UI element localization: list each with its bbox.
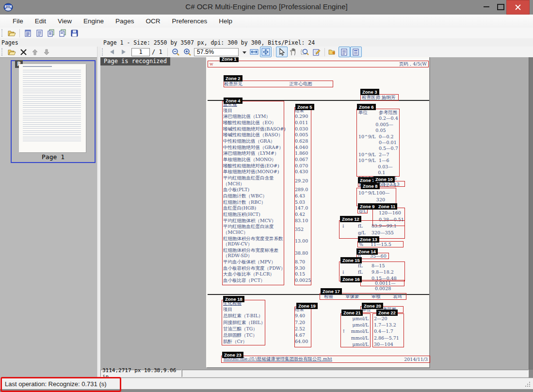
menu-file[interactable]: File — [7, 16, 29, 27]
next-page-button[interactable] — [118, 47, 129, 57]
secondary-toolbar-row: / 1 57.5% — [0, 47, 533, 58]
menu-engine[interactable]: Engine — [78, 16, 110, 27]
toolbar-grip — [1, 48, 4, 56]
menu-bar: File Edit View Engine Pages OCR Preferen… — [0, 15, 533, 28]
page-list-button[interactable] — [33, 28, 45, 38]
export-results-button[interactable] — [327, 47, 339, 57]
zone-label[interactable]: Zone 21 — [341, 310, 363, 316]
menu-view[interactable]: View — [52, 16, 78, 27]
zone-label[interactable]: Zone 3 — [360, 89, 379, 95]
zone-box-units-ranges[interactable]: 单位 参考范围 0.2—0.4 0.005—0.05 10^9/L 0—0.2 — [356, 109, 400, 177]
range-row: 1.7—13.2 — [374, 322, 404, 328]
pan-tool-button[interactable] — [288, 47, 299, 57]
delete-page-button[interactable] — [17, 47, 29, 57]
unit-value: 10^9/L — [358, 158, 379, 163]
vertical-scrollbar[interactable] — [529, 57, 533, 370]
main-toolbar — [0, 28, 533, 38]
fit-width-button[interactable] — [248, 47, 260, 57]
edit-zones-button[interactable] — [311, 47, 323, 57]
fit-page-button[interactable] — [260, 47, 272, 57]
zone-box-biochem-ranges[interactable]: 2—201.7—13.20.4—1.72.86—5.7130—104 — [372, 313, 404, 347]
page-thumbnail-selected[interactable]: R Page 1 — [11, 60, 96, 163]
zone-label[interactable]: Zone 23 — [222, 352, 243, 358]
unit-range-row: 0.5—0.7 — [358, 146, 399, 151]
zone-box-biochem-units[interactable]: μmol/L μmol/L ↑ mmol/L mmol/L — [340, 313, 371, 347]
zone-label[interactable]: Zone 16 — [340, 276, 362, 282]
zone-box-header[interactable]: w 页码，4/5(W — [208, 61, 429, 67]
zone-label[interactable]: Zone 1 — [220, 57, 239, 62]
zone-label[interactable]: Zone 22 — [376, 310, 398, 316]
move-page-down-button[interactable] — [41, 47, 52, 57]
range-value: 1—6 — [379, 158, 389, 163]
pan-hand-icon — [290, 48, 297, 56]
unit-value: 10^9/L — [358, 134, 379, 140]
zone-box-biochem-results[interactable] — [294, 307, 311, 347]
maximize-button[interactable] — [494, 0, 507, 14]
minimize-icon — [484, 6, 489, 7]
document-page[interactable]: Zone 1 Zone 2 Zone 3 Zone 4 Zone 5 Zone … — [206, 57, 429, 367]
add-page-button[interactable] — [6, 47, 17, 57]
view-layout-button[interactable] — [350, 47, 362, 57]
zone-label[interactable]: Zone 15 — [340, 257, 362, 263]
unit-value: g/L — [358, 229, 371, 236]
document-view[interactable]: Page is recognized Zone 1 Zone 2 Zone 3 … — [100, 57, 529, 370]
zone-box-examiner[interactable]: 检查医师 施明芳 — [360, 94, 399, 101]
zone-label[interactable]: Zone 12 — [340, 216, 361, 222]
zone-label[interactable]: Zone 10 — [373, 176, 395, 182]
zone-label[interactable]: Zone 18 — [223, 296, 244, 302]
menu-ocr[interactable]: OCR — [140, 16, 166, 27]
zone-label[interactable]: Zone 11 — [376, 203, 397, 210]
zone-box-findings[interactable]: 检查所见 正常心电图 — [224, 81, 333, 87]
zone-label[interactable]: Zone 19 — [296, 303, 318, 309]
view-text-button[interactable] — [339, 47, 350, 57]
zoom-out-button[interactable] — [170, 47, 181, 57]
zoom-region-button[interactable] — [299, 47, 311, 57]
menu-help[interactable]: Help — [213, 16, 238, 27]
zone-label[interactable]: Zone 20 — [362, 303, 383, 309]
open-document-button[interactable] — [6, 28, 17, 38]
zoom-level-combobox[interactable]: 57.5% — [194, 48, 239, 56]
previous-page-button[interactable] — [106, 47, 118, 57]
zone-label[interactable]: Zone 14 — [356, 248, 378, 255]
resize-grip[interactable] — [525, 382, 531, 388]
zone-box-cbc-results[interactable] — [294, 107, 311, 285]
zone-label[interactable]: Zone 9 — [358, 203, 377, 210]
page-thumbnail-image[interactable] — [19, 64, 86, 152]
zone-label[interactable]: Zone 6 — [357, 104, 376, 110]
zone-box-footer[interactable]: mhtml:file://I:\慈铭健康管理集团股份有限公司.mht 2014/… — [221, 356, 430, 363]
page-thumbnails-icon — [24, 30, 32, 37]
zone-label[interactable]: Zone 8 — [361, 183, 380, 189]
select-tool-button[interactable] — [276, 47, 288, 57]
flag-arrow — [341, 322, 349, 328]
range-value: 2.86—5.71 — [374, 335, 399, 341]
menu-preferences[interactable]: Preferences — [166, 16, 213, 27]
zone-label[interactable]: Zone 13 — [358, 236, 379, 243]
menu-pages[interactable]: Pages — [110, 16, 140, 27]
toolbar-separator — [167, 48, 168, 56]
zone-box-pct-range[interactable]: 0.0011—0.0028 — [360, 280, 404, 286]
combo-dropdown-icon[interactable] — [242, 51, 246, 54]
unit-value: μmol/L — [349, 315, 370, 322]
copy-page-button[interactable] — [45, 28, 57, 38]
range-row: 2—20 — [374, 315, 404, 322]
zone-box-cbc-names[interactable] — [222, 101, 284, 285]
zoom-in-button[interactable] — [181, 47, 193, 57]
close-button[interactable] — [506, 0, 530, 15]
zone-box-biochem-names[interactable] — [222, 300, 265, 345]
minimize-button[interactable] — [479, 0, 494, 14]
zone-label[interactable]: Zone 17 — [321, 288, 342, 294]
page-thumbnails-button[interactable] — [22, 28, 33, 38]
page-number-input[interactable] — [131, 48, 150, 56]
paste-page-icon — [59, 29, 66, 37]
save-button[interactable] — [68, 28, 80, 38]
paste-page-button[interactable] — [57, 28, 68, 38]
zone-label[interactable]: Zone 4 — [224, 98, 242, 104]
unit-range-row: 10^9/L 100—320 — [358, 190, 396, 203]
zone-label[interactable]: Zone 2 — [224, 75, 242, 82]
footer-date: 2014/11/3 — [404, 357, 428, 362]
unit-range-row: 10^9/L 0—0.2 — [358, 134, 399, 140]
status-bar: Last operation: Recognize: 0.731 (s) — [0, 378, 533, 390]
zone-label[interactable]: Zone 5 — [295, 104, 314, 110]
menu-edit[interactable]: Edit — [29, 16, 52, 27]
move-page-up-button[interactable] — [29, 47, 41, 57]
